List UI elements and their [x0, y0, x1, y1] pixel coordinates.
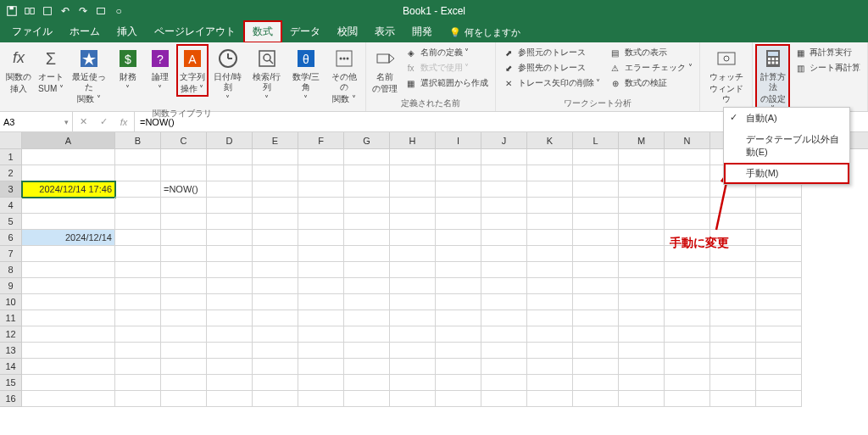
- cell[interactable]: [253, 343, 298, 359]
- cell[interactable]: [161, 149, 207, 165]
- cell[interactable]: [481, 359, 527, 375]
- autosum-button[interactable]: Σ オートSUM ˅: [36, 45, 66, 96]
- cell[interactable]: [527, 214, 573, 230]
- cell[interactable]: [115, 359, 161, 375]
- cell[interactable]: [390, 375, 436, 391]
- undo-icon[interactable]: ↶: [57, 3, 74, 20]
- cell[interactable]: 2024/12/14 17:46: [22, 181, 115, 198]
- math-button[interactable]: θ 数学/三角˅: [287, 45, 325, 106]
- cell[interactable]: [298, 230, 344, 246]
- cell[interactable]: [298, 375, 344, 391]
- col-header[interactable]: J: [481, 132, 527, 148]
- cell[interactable]: [481, 391, 527, 407]
- cell[interactable]: [22, 262, 115, 278]
- col-header[interactable]: H: [390, 132, 436, 148]
- cell[interactable]: [481, 230, 527, 246]
- cell[interactable]: [253, 359, 298, 375]
- cell[interactable]: [436, 326, 481, 343]
- cell[interactable]: [161, 359, 207, 375]
- cell[interactable]: [253, 294, 298, 310]
- cell[interactable]: [527, 278, 573, 294]
- cell[interactable]: [436, 214, 481, 230]
- row-header[interactable]: 15: [0, 375, 22, 391]
- cell[interactable]: [619, 326, 665, 343]
- cell[interactable]: [756, 246, 802, 262]
- cell[interactable]: [756, 359, 802, 375]
- cell[interactable]: [481, 294, 527, 310]
- cell[interactable]: [390, 310, 436, 326]
- define-name-button[interactable]: ◈名前の定義 ˅: [402, 45, 492, 60]
- cell[interactable]: [710, 294, 756, 310]
- col-header[interactable]: E: [253, 132, 298, 148]
- row-header[interactable]: 4: [0, 198, 22, 214]
- cell[interactable]: [619, 149, 665, 165]
- cell[interactable]: [436, 391, 481, 407]
- cell[interactable]: [390, 391, 436, 407]
- cell[interactable]: [344, 294, 390, 310]
- cell[interactable]: [390, 326, 436, 343]
- cell[interactable]: [207, 343, 253, 359]
- cell[interactable]: [436, 181, 481, 198]
- cell[interactable]: [436, 198, 481, 214]
- cell[interactable]: [665, 343, 710, 359]
- cell[interactable]: [253, 262, 298, 278]
- cell[interactable]: [253, 278, 298, 294]
- tell-me[interactable]: 💡 何をしますか: [441, 23, 529, 42]
- insert-function-button[interactable]: fx 関数の挿入: [3, 45, 34, 96]
- cell[interactable]: [481, 262, 527, 278]
- cell[interactable]: [344, 214, 390, 230]
- cell[interactable]: [390, 149, 436, 165]
- cell[interactable]: [573, 230, 619, 246]
- cell[interactable]: [22, 246, 115, 262]
- use-in-formula-button[interactable]: fx数式で使用 ˅: [402, 60, 492, 75]
- cell[interactable]: [436, 262, 481, 278]
- calc-auto-except-tables-option[interactable]: データテーブル以外自動(E): [724, 129, 849, 163]
- cell[interactable]: [390, 230, 436, 246]
- cell[interactable]: [115, 214, 161, 230]
- col-header[interactable]: M: [619, 132, 665, 148]
- cell[interactable]: [573, 343, 619, 359]
- cell[interactable]: [756, 214, 802, 230]
- cell[interactable]: [298, 181, 344, 198]
- cell[interactable]: [436, 246, 481, 262]
- cell[interactable]: [22, 165, 115, 181]
- cell[interactable]: [253, 181, 298, 198]
- cell[interactable]: [207, 310, 253, 326]
- cell[interactable]: =NOW(): [161, 181, 207, 198]
- cell[interactable]: [344, 278, 390, 294]
- cell[interactable]: [527, 181, 573, 198]
- cell[interactable]: [115, 165, 161, 181]
- cell[interactable]: [710, 391, 756, 407]
- cell[interactable]: [436, 310, 481, 326]
- cell[interactable]: [253, 326, 298, 343]
- cell[interactable]: [390, 262, 436, 278]
- cell[interactable]: [298, 149, 344, 165]
- cell[interactable]: [253, 165, 298, 181]
- create-from-selection-button[interactable]: ▦選択範囲から作成: [402, 75, 492, 91]
- cell[interactable]: [527, 149, 573, 165]
- save-icon[interactable]: [3, 3, 20, 20]
- row-header[interactable]: 1: [0, 149, 22, 165]
- cell[interactable]: [573, 165, 619, 181]
- cell[interactable]: [436, 230, 481, 246]
- watch-window-button[interactable]: ウォッチウィンドウ: [704, 45, 748, 106]
- cell[interactable]: [756, 310, 802, 326]
- cell[interactable]: [22, 278, 115, 294]
- cell[interactable]: [390, 359, 436, 375]
- cell[interactable]: [344, 230, 390, 246]
- cell[interactable]: [390, 165, 436, 181]
- cell[interactable]: [22, 310, 115, 326]
- cell[interactable]: [619, 230, 665, 246]
- logical-button[interactable]: ? 論理˅: [145, 45, 175, 96]
- cell[interactable]: [665, 391, 710, 407]
- cell[interactable]: [665, 310, 710, 326]
- row-header[interactable]: 8: [0, 262, 22, 278]
- cell[interactable]: [619, 165, 665, 181]
- cell[interactable]: [22, 198, 115, 214]
- cell[interactable]: [115, 262, 161, 278]
- cell[interactable]: [665, 262, 710, 278]
- row-header[interactable]: 11: [0, 310, 22, 326]
- cell[interactable]: [619, 359, 665, 375]
- cell[interactable]: [665, 359, 710, 375]
- cell[interactable]: [207, 262, 253, 278]
